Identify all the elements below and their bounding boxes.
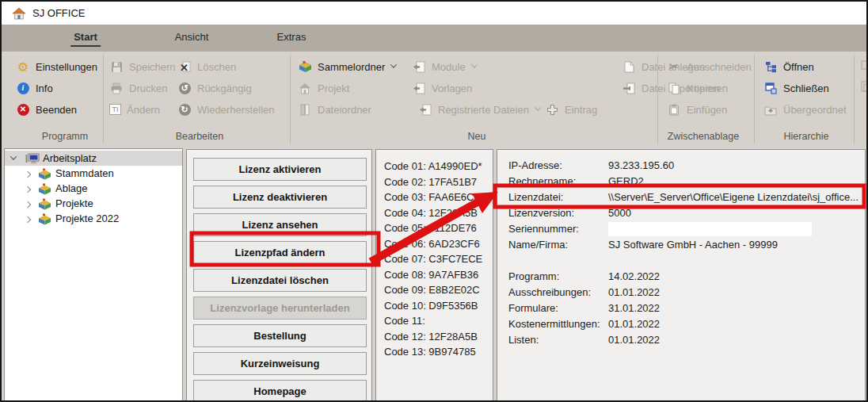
code-line: Code 08: 9A7AFB36 (384, 269, 478, 281)
lizenz-deaktivieren-button[interactable]: Lizenz deaktivieren (193, 186, 367, 209)
group-label-bearbeiten: Bearbeiten (176, 131, 223, 142)
code-line: Code 06: 6AD23CF6 (384, 238, 480, 251)
ribbon-tab-bar: Start Ansicht Extras (2, 25, 866, 52)
import-file-icon (622, 82, 636, 95)
ribbon-item-wiederherstellen[interactable]: ↻ Wiederherstellen (177, 100, 275, 119)
tab-ansicht[interactable]: Ansicht (172, 31, 212, 45)
drawer-icon (38, 183, 52, 195)
ribbon-item-einfuegen[interactable]: Einfügen (667, 100, 727, 119)
ribbon-item-drucken[interactable]: Drucken (109, 78, 167, 98)
group-label-hierarchie: Hierarchie (784, 131, 829, 142)
info-value-license-path: \\Server\E_Server\Office\Eigene Lizenzda… (608, 191, 858, 203)
group-divider (854, 55, 855, 144)
ribbon-item-rueckgaengig[interactable]: ↺ Rückgängig (177, 78, 252, 98)
ribbon-item-label: Einfügen (687, 104, 727, 116)
code-line: Code 12: 12F28A5B (384, 331, 478, 343)
ribbon-item-ausschneiden[interactable]: ✂ Ausschneiden (667, 57, 752, 76)
lizenzpfad-aendern-button[interactable]: Lizenzpfad ändern (193, 241, 367, 264)
ribbon-item-label: Ändern (127, 104, 160, 116)
ribbon-item-label: Sammelordner (318, 61, 385, 73)
info-label: Kostenermittlungen: (508, 318, 600, 330)
ribbon-item-label: Kopieren (687, 82, 728, 94)
paste-icon (667, 103, 681, 117)
chevron-down-icon (470, 61, 477, 67)
ribbon-item-label: Module (432, 61, 466, 73)
ribbon-item-vorlagen[interactable]: Vorlagen (412, 78, 472, 98)
ribbon-item-speichern[interactable]: Speichern (109, 57, 176, 76)
print-icon (109, 82, 124, 95)
ribbon-item-info[interactable]: i Info (16, 78, 53, 98)
tree-item-arbeitsplatz[interactable]: Arbeitsplatz (5, 151, 182, 166)
ribbon-item-eintrag[interactable]: Eintrag (545, 100, 597, 119)
ribbon-item-module[interactable]: Module (412, 57, 477, 76)
ribbon-item-dateiordner[interactable]: Dateiordner (298, 100, 371, 119)
chevron-right-icon[interactable] (25, 167, 30, 179)
module-icon (412, 60, 426, 74)
title-bar: SJ OFFICE (2, 2, 866, 25)
info-label: Lizenzdatei: (508, 191, 563, 203)
group-label-programm: Programm (42, 131, 88, 142)
home-icon (12, 7, 26, 20)
info-label: Name/Firma: (508, 239, 568, 251)
tab-start[interactable]: Start (70, 31, 101, 47)
homepage-button[interactable]: Homepage (193, 380, 367, 402)
tab-extras[interactable]: Extras (274, 31, 310, 45)
chevron-right-icon[interactable] (25, 212, 30, 224)
add-entry-icon (545, 103, 559, 117)
lizenz-ansehen-button[interactable]: Lizenz ansehen (193, 213, 367, 236)
ribbon-item-kopieren[interactable]: Kopieren (667, 78, 728, 98)
code-line: Code 02: 17FA51B7 (384, 176, 477, 189)
info-value: 5000 (608, 207, 631, 219)
ribbon-item-schliessen[interactable]: Schließen (763, 78, 829, 98)
tree-item-ablage[interactable]: Ablage (5, 181, 182, 196)
drawer-icon (38, 213, 52, 225)
ribbon-item-projekt[interactable]: Projekt (298, 78, 349, 98)
project-icon (298, 82, 312, 95)
rename-icon: TI (109, 104, 121, 115)
tree-item-projekte-2022[interactable]: Projekte 2022 (5, 211, 182, 226)
ribbon-item-aendern[interactable]: TI Ändern (109, 100, 160, 119)
drawer-icon (38, 198, 52, 210)
chevron-right-icon[interactable] (25, 182, 30, 194)
window-title: SJ OFFICE (32, 7, 85, 19)
code-line: Code 03: FAA6E6CA (384, 191, 481, 204)
license-actions-panel: Lizenz aktivieren Lizenz deaktivieren Li… (186, 149, 372, 401)
info-value: 01.01.2022 (608, 318, 660, 330)
tree-item-label: Projekte 2022 (55, 212, 119, 224)
code-line: Code 10: D9F5356B (384, 300, 478, 312)
chevron-down-icon[interactable] (11, 152, 16, 164)
ribbon-item-registrierte-dateien[interactable]: Registrierte Dateien (418, 100, 540, 119)
copy-icon (667, 82, 681, 95)
gear-icon: ⚙ (16, 60, 30, 74)
lizenzvorlage-herunterladen-button[interactable]: Lizenzvorlage herunterladen (193, 297, 367, 320)
ribbon-item-loeschen[interactable]: ✕ Löschen (177, 57, 236, 76)
tree-item-stammdaten[interactable]: Stammdaten (5, 166, 182, 181)
bestellung-button[interactable]: Bestellung (193, 324, 367, 347)
lizenzdatei-loeschen-button[interactable]: Lizenzdatei löschen (193, 269, 367, 292)
kurzeinweisung-button[interactable]: Kurzeinweisung (193, 352, 367, 375)
workspace-tree-panel: Arbeitsplatz Stammdaten Ablage (4, 148, 183, 401)
info-label: Seriennummer: (508, 223, 579, 235)
info-value: 14.02.2022 (608, 270, 660, 282)
tree-item-label: Projekte (55, 197, 93, 209)
tree-item-projekte[interactable]: Projekte (5, 196, 182, 211)
save-icon (109, 60, 124, 74)
svg-text:✕: ✕ (180, 62, 188, 73)
group-divider (754, 55, 755, 144)
license-info-panel: IP-Adresse: 93.233.195.60 Rechnername: G… (497, 149, 866, 401)
ribbon-item-sammelordner[interactable]: Sammelordner (298, 57, 396, 76)
redo-icon: ↻ (177, 103, 192, 117)
ribbon-item-label: Rückgängig (197, 82, 252, 94)
code-line: Code 11: (384, 315, 425, 327)
parent-icon (763, 103, 778, 117)
ribbon-item-oeffnen[interactable]: Öffnen (763, 57, 814, 76)
ribbon-item-label: Löschen (197, 61, 236, 73)
seriennummer-input[interactable] (608, 222, 812, 236)
lizenz-aktivieren-button[interactable]: Lizenz aktivieren (193, 158, 367, 181)
chevron-right-icon[interactable] (25, 197, 30, 209)
ribbon-item-einstellungen[interactable]: ⚙ Einstellungen (16, 57, 97, 76)
ribbon-item-label: Eintrag (565, 104, 597, 116)
ribbon-item-uebergeordnet[interactable]: Übergeordnet (763, 100, 847, 119)
ribbon-item-beenden[interactable]: ✕ Beenden (16, 100, 77, 119)
group-label-neu: Neu (468, 131, 486, 142)
